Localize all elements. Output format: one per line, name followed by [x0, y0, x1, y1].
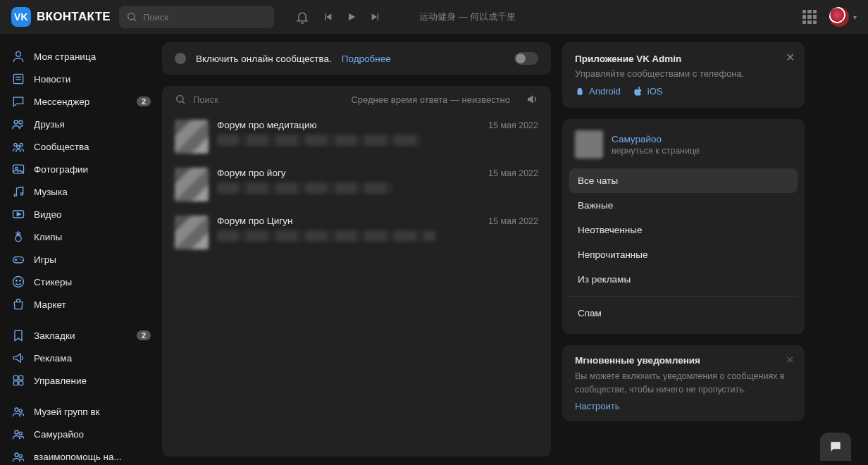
vk-admin-desc: Управляйте сообществами с телефона. [575, 68, 792, 79]
sidebar-item-label: Маркет [34, 299, 66, 310]
android-link[interactable]: Android [575, 86, 621, 97]
sidebar-item[interactable]: Фотографии [0, 158, 162, 180]
filter-item[interactable]: Важные [569, 193, 798, 218]
chevron-down-icon: ▾ [853, 13, 857, 21]
sidebar-item-label: Реклама [34, 353, 72, 364]
now-playing-title[interactable]: 运动健身 — 何以成千里 [419, 11, 516, 23]
chat-avatar [175, 168, 209, 202]
vk-admin-title: Приложение VK Admin [575, 54, 792, 64]
svg-point-19 [16, 280, 18, 282]
sidebar-item-label: Самурайоо [34, 429, 84, 440]
sidebar-item[interactable]: Игры [0, 248, 162, 271]
svg-line-1 [134, 19, 136, 21]
svg-point-7 [19, 120, 23, 124]
play-icon[interactable] [346, 11, 357, 23]
chat-name: Форум про медитацию [217, 120, 317, 130]
svg-point-25 [15, 408, 18, 411]
sidebar-item[interactable]: Мессенджер2 [0, 90, 162, 113]
svg-rect-3 [13, 74, 23, 83]
online-toggle[interactable] [514, 52, 538, 65]
clips-icon [11, 230, 25, 244]
video-icon [11, 207, 25, 221]
response-time-text: Среднее время ответа — неизвестно [351, 94, 510, 105]
global-search[interactable] [119, 6, 274, 28]
svg-point-27 [15, 430, 18, 434]
close-icon[interactable]: ✕ [786, 51, 795, 64]
filter-item[interactable]: Непрочитанные [569, 242, 798, 267]
download-icon[interactable] [394, 13, 402, 21]
sidebar-item[interactable]: Закладки2 [0, 324, 162, 347]
sidebar-item[interactable]: Маркет [0, 293, 162, 316]
sidebar-badge: 2 [137, 97, 151, 106]
news-icon [11, 72, 25, 86]
sidebar-item[interactable]: Музыка [0, 180, 162, 203]
svg-point-6 [14, 120, 18, 124]
close-icon[interactable]: ✕ [786, 354, 795, 366]
chat-list-item[interactable]: Форум про Цигун 15 мая 2022 [162, 209, 551, 256]
sidebar-item[interactable]: Клипы [0, 225, 162, 248]
market-icon [11, 297, 25, 311]
prev-track-icon[interactable] [322, 11, 333, 23]
chat-name: Форум про Цигун [217, 216, 293, 226]
sidebar-item[interactable]: Сообщества [0, 135, 162, 158]
filter-item[interactable]: Все чаты [569, 168, 798, 193]
bell-icon[interactable] [295, 10, 309, 24]
notifications-promo: ✕ Мгновенные уведомления Вы можете включ… [562, 345, 805, 421]
filter-item[interactable]: Неотвеченные [569, 218, 798, 242]
global-search-input[interactable] [143, 12, 267, 23]
vk-logo-icon: VK [11, 7, 31, 27]
ads-icon [11, 351, 25, 365]
status-dot-icon [175, 53, 186, 64]
svg-point-10 [17, 146, 20, 149]
sidebar-item[interactable]: Музей групп вк [0, 400, 162, 423]
sidebar-item[interactable]: Стикеры [0, 271, 162, 293]
apple-icon [633, 87, 643, 97]
sidebar-item[interactable]: Друзья [0, 113, 162, 135]
music-icon [11, 185, 25, 199]
sidebar-item-label: Моя страница [34, 51, 96, 62]
svg-point-16 [16, 235, 21, 241]
photo-icon [11, 162, 25, 176]
sidebar-item[interactable]: Самурайоо [0, 423, 162, 445]
svg-point-8 [14, 143, 17, 146]
sidebar-item-label: Друзья [34, 119, 65, 130]
svg-line-34 [182, 101, 185, 104]
svg-point-26 [19, 409, 22, 412]
back-to-page-link[interactable]: вернуться к странице [612, 146, 700, 156]
chat-icon [11, 94, 25, 108]
chat-search-input[interactable] [193, 94, 311, 105]
sidebar-item[interactable]: Видео [0, 203, 162, 225]
next-track-icon[interactable] [370, 11, 381, 23]
ios-link[interactable]: iOS [633, 86, 663, 97]
sidebar-item-label: Клипы [34, 232, 62, 242]
notif-configure-link[interactable]: Настроить [575, 401, 620, 411]
filter-item[interactable]: Из рекламы [569, 267, 798, 292]
sidebar-item[interactable]: Новости [0, 68, 162, 90]
online-banner: Включить онлайн сообщества. Подробнее [162, 42, 551, 75]
logo[interactable]: VK ВКОНТАКТЕ [11, 7, 111, 27]
search-icon [126, 11, 137, 23]
sidebar-item[interactable]: Реклама [0, 347, 162, 369]
community-name-link[interactable]: Самурайоо [612, 134, 700, 144]
volume-icon[interactable] [526, 93, 538, 106]
svg-point-30 [19, 454, 22, 457]
chat-list-item[interactable]: Форум про йогу 15 мая 2022 [162, 161, 551, 209]
chat-list-item[interactable]: Форум про медитацию 15 мая 2022 [162, 113, 551, 161]
sidebar-item-label: взаимопомощь на... [34, 452, 122, 462]
top-bar: VK ВКОНТАКТЕ 运动健身 — 何以成千里 ▾ [0, 0, 868, 34]
svg-rect-23 [13, 381, 18, 385]
profile-menu[interactable]: ▾ [829, 7, 857, 27]
chat-date: 15 мая 2022 [488, 216, 538, 226]
sidebar-item[interactable]: Моя страница [0, 45, 162, 68]
chat-fab[interactable] [820, 433, 851, 461]
online-banner-link[interactable]: Подробнее [342, 54, 391, 64]
notif-desc: Вы можете включить уведомления о сообщен… [575, 370, 792, 397]
apps-menu-icon[interactable] [802, 10, 817, 24]
svg-point-0 [128, 13, 135, 20]
sidebar-item-label: Сообщества [34, 142, 89, 152]
sidebar-item[interactable]: взаимопомощь на... [0, 445, 162, 465]
chat-date: 15 мая 2022 [488, 168, 538, 178]
sidebar-item[interactable]: Управление [0, 369, 162, 392]
filter-item-spam[interactable]: Спам [569, 301, 798, 326]
vk-admin-promo: ✕ Приложение VK Admin Управляйте сообщес… [562, 42, 805, 108]
